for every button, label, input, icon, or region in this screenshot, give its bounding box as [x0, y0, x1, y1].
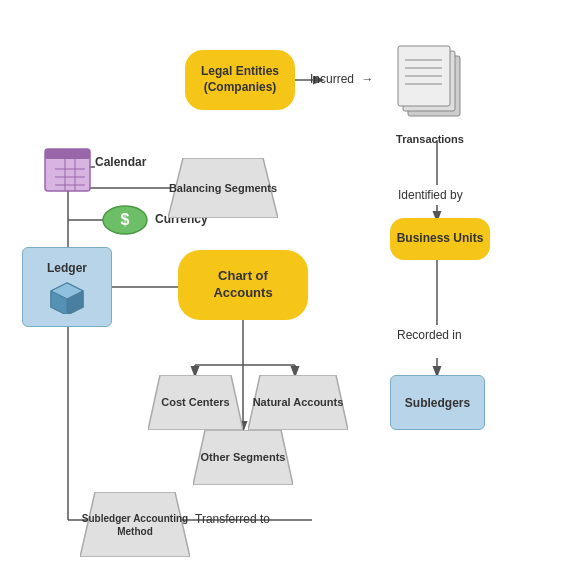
currency-icon: $ — [100, 200, 150, 240]
svg-text:$: $ — [121, 211, 130, 228]
legal-entities-node: Legal Entities (Companies) — [185, 50, 295, 110]
recorded-in-label: Recorded in — [397, 328, 462, 342]
ledger-node: Ledger — [22, 247, 112, 327]
diagram: Legal Entities (Companies) Incurred → Tr… — [0, 0, 567, 572]
identified-by-label: Identified by — [398, 188, 463, 202]
calendar-icon — [35, 135, 100, 200]
svg-rect-26 — [45, 149, 90, 159]
other-segments-node: Other Segments — [193, 430, 293, 485]
incurred-label: Incurred → — [310, 72, 373, 86]
natural-accounts-node: Natural Accounts — [248, 375, 348, 430]
transferred-to-label: Transferred to — [195, 512, 270, 526]
subledgers-node: Subledgers — [390, 375, 485, 430]
business-units-node: Business Units — [390, 218, 490, 260]
balancing-segments-node: Balancing Segments — [168, 158, 278, 218]
subledger-accounting-node: Subledger Accounting Method — [80, 492, 190, 557]
cost-centers-node: Cost Centers — [148, 375, 243, 430]
chart-of-accounts-node: Chart of Accounts — [178, 250, 308, 320]
calendar-label: Calendar — [95, 155, 146, 169]
transactions-icon: Transactions — [390, 38, 470, 138]
